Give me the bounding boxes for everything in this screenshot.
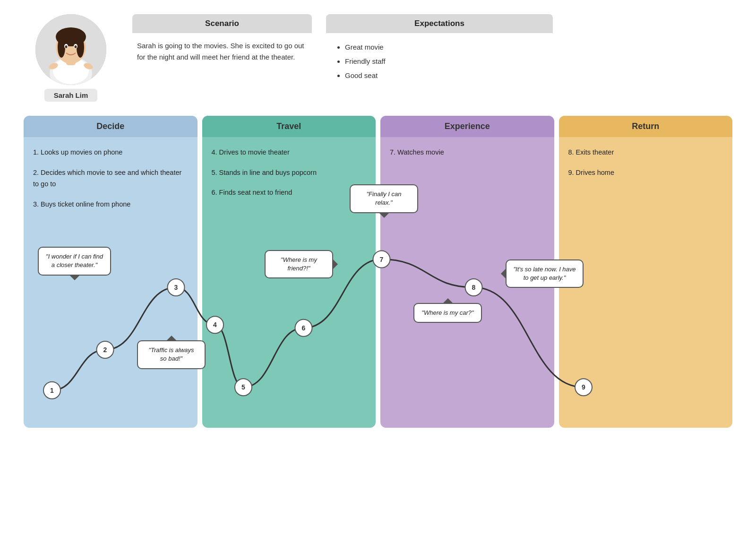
- expectations-header: Expectations: [326, 14, 553, 33]
- step-text: 1. Looks up movies on phone: [33, 147, 188, 158]
- col-return-steps: 8. Exits theater9. Drives home: [568, 147, 723, 178]
- speech-bubble-6: "It's so late now. I have to get up earl…: [506, 259, 584, 288]
- step-text: 6. Finds seat next to friend: [212, 187, 367, 199]
- speech-bubble-5: "Where is my car?": [413, 303, 482, 323]
- col-experience-header: Experience: [380, 116, 554, 137]
- avatar: [35, 14, 106, 85]
- persona-block: Sarah Lim: [24, 14, 118, 102]
- col-return: Return 8. Exits theater9. Drives home: [559, 116, 733, 428]
- expectation-item: Friendly staff: [345, 54, 548, 69]
- svg-point-8: [77, 37, 84, 58]
- expectation-item: Good seat: [345, 69, 548, 83]
- col-experience-steps: 7. Watches movie: [390, 147, 545, 158]
- col-travel-header: Travel: [202, 116, 376, 137]
- svg-point-11: [65, 45, 68, 48]
- step-text: 7. Watches movie: [390, 147, 545, 158]
- step-text: 3. Buys ticket online from phone: [33, 199, 188, 210]
- step-text: 8. Exits theater: [568, 147, 723, 158]
- col-return-header: Return: [559, 116, 733, 137]
- col-decide-steps: 1. Looks up movies on phone2. Decides wh…: [33, 147, 188, 210]
- top-section: Sarah Lim Scenario Sarah is going to the…: [24, 14, 732, 102]
- speech-bubble-2: "Traffic is always so bad!": [137, 340, 206, 369]
- scenario-header: Scenario: [132, 14, 312, 33]
- scenario-body: Sarah is going to the movies. She is exc…: [132, 33, 312, 63]
- journey-row: Decide 1. Looks up movies on phone2. Dec…: [24, 116, 732, 428]
- expectation-item: Great movie: [345, 40, 548, 54]
- svg-point-12: [75, 45, 77, 48]
- col-travel-steps: 4. Drives to movie theater5. Stands in l…: [212, 147, 367, 199]
- svg-point-7: [58, 37, 65, 58]
- persona-name: Sarah Lim: [44, 89, 98, 102]
- col-decide-header: Decide: [24, 116, 198, 137]
- speech-bubble-4: "Finally I can relax.": [350, 184, 418, 213]
- expectations-block: Expectations Great movieFriendly staffGo…: [326, 14, 553, 83]
- step-text: 4. Drives to movie theater: [212, 147, 367, 158]
- step-text: 5. Stands in line and buys popcorn: [212, 167, 367, 179]
- step-text: 2. Decides which movie to see and which …: [33, 167, 188, 190]
- speech-bubble-1: "I wonder if I can find a closer theater…: [38, 247, 111, 275]
- scenario-block: Scenario Sarah is going to the movies. S…: [132, 14, 312, 63]
- speech-bubble-3: "Where is my friend?!": [265, 250, 333, 278]
- expectations-body: Great movieFriendly staffGood seat: [326, 33, 553, 83]
- step-text: 9. Drives home: [568, 167, 723, 179]
